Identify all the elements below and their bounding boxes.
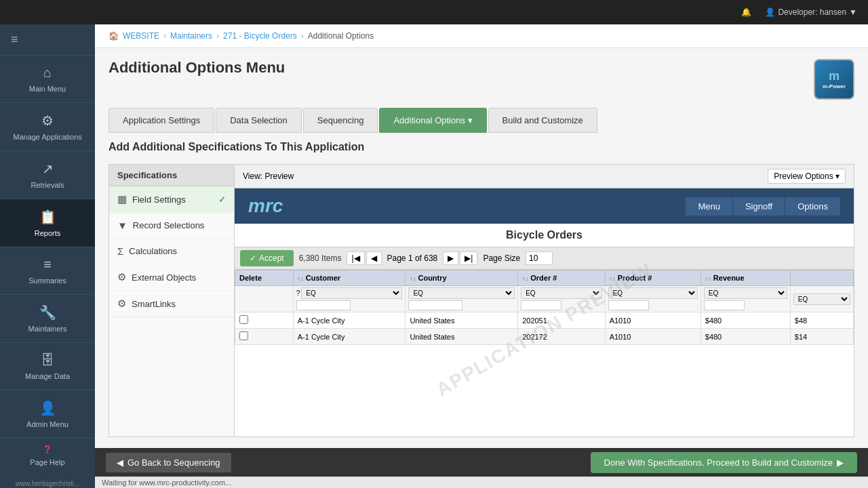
filter-row: ? EQ EQ: [235, 286, 854, 312]
breadcrumb-icon: 🏠: [108, 31, 119, 41]
filter-customer-eq[interactable]: EQ: [301, 287, 402, 299]
sidebar-item-main-menu[interactable]: ⌂ Main Menu: [0, 56, 95, 103]
database-icon: 🗄: [41, 352, 54, 368]
filter-revenue-eq[interactable]: EQ: [704, 287, 787, 299]
spec-item-smartlinks[interactable]: ⚙ SmartLinks: [109, 291, 234, 317]
preview-options-link[interactable]: Options: [785, 197, 840, 216]
back-icon: ◀: [117, 458, 123, 468]
sidebar-item-maintainers[interactable]: 🔧 Maintainers: [0, 295, 95, 343]
sidebar: ≡ ⌂ Main Menu ⚙ Manage Applications ↗ Re…: [0, 24, 95, 488]
filter-country-input[interactable]: [408, 300, 462, 310]
sidebar-item-manage-data[interactable]: 🗄 Manage Data: [0, 343, 95, 390]
tab-build-and-customize[interactable]: Build and Customize: [488, 108, 597, 133]
dropdown-icon: ▼: [849, 7, 857, 17]
hamburger-button[interactable]: ≡: [0, 24, 95, 56]
mpower-logo: m m-Power: [814, 59, 854, 100]
link-icon: ⚙: [117, 298, 126, 310]
filter-order-eq[interactable]: EQ: [521, 287, 601, 299]
table-header-row: Delete ↑↓ Customer ↑↓ Country: [235, 270, 854, 286]
col-extra: [790, 270, 853, 286]
row1-extra: $48: [790, 312, 853, 329]
page-size-input[interactable]: [526, 251, 553, 265]
notification-icon[interactable]: 🔔: [741, 7, 751, 17]
preview-options-button[interactable]: Preview Options ▾: [768, 169, 846, 184]
reports-icon: 📋: [39, 209, 56, 225]
table-row: A-1 Cycle City United States 202051 A101…: [235, 312, 854, 329]
table-body: A-1 Cycle City United States 202051 A101…: [235, 312, 854, 345]
wrench-icon: 🔧: [39, 304, 56, 321]
row2-customer: A-1 Cycle City: [293, 329, 406, 345]
spec-item-record-selections[interactable]: ▼ Record Selections: [109, 213, 234, 239]
row1-order: 202051: [518, 312, 605, 329]
tab-additional-options[interactable]: Additional Options ▾: [379, 108, 486, 133]
user-icon: 👤: [765, 7, 775, 17]
preview-label: View: Preview: [243, 171, 294, 181]
row1-delete-checkbox[interactable]: [239, 315, 248, 324]
last-page-button[interactable]: ▶|: [460, 251, 477, 265]
developer-info[interactable]: 👤 Developer: hansen ▼: [765, 7, 857, 17]
breadcrumb-current: Additional Options: [308, 31, 374, 41]
preview-menu-link[interactable]: Menu: [686, 197, 732, 216]
breadcrumb-bicycle-orders[interactable]: 271 - Bicycle Orders: [223, 31, 297, 41]
tab-data-selection[interactable]: Data Selection: [216, 108, 302, 133]
spec-item-external-objects[interactable]: ⚙ External Objects: [109, 264, 234, 291]
content-area: 🏠 WEBSITE › Maintainers › 271 - Bicycle …: [95, 24, 868, 488]
sidebar-item-retrievals[interactable]: ↗ Retrievals: [0, 151, 95, 199]
filter-extra: EQ: [790, 286, 853, 312]
filter-revenue: EQ: [701, 286, 790, 312]
page-info: Page 1 of 638: [383, 253, 442, 263]
filter-country: EQ: [406, 286, 518, 312]
sidebar-item-reports[interactable]: 📋 Reports: [0, 199, 95, 247]
col-revenue: ↑↓ Revenue: [701, 270, 790, 286]
filter-product-eq[interactable]: EQ: [608, 287, 698, 299]
checkmark-icon: ✓: [250, 253, 256, 263]
filter-icon: ▼: [117, 220, 127, 231]
filter-country-eq[interactable]: EQ: [408, 287, 515, 299]
row1-country: United States: [406, 312, 518, 329]
next-page-button[interactable]: ▶: [443, 251, 458, 265]
section-heading: Add Additional Specifications To This Ap…: [108, 141, 854, 153]
first-page-button[interactable]: |◀: [347, 251, 364, 265]
spec-item-field-settings[interactable]: ▦ Field Settings ✓: [109, 186, 234, 213]
accept-button[interactable]: ✓ Accept: [240, 250, 294, 266]
sidebar-item-manage-applications[interactable]: ⚙ Manage Applications: [0, 103, 95, 151]
sidebar-item-admin-menu[interactable]: 👤 Admin Menu: [0, 390, 95, 439]
specifications-header: Specifications: [109, 165, 234, 186]
proceed-to-build-customize-button[interactable]: Done With Specifications. Proceed to Bui…: [591, 452, 857, 473]
preview-logo: mrc: [248, 195, 283, 217]
preview-panel: View: Preview Preview Options ▾ mrc Menu…: [235, 165, 854, 436]
spec-item-calculations[interactable]: Σ Calculations: [109, 239, 234, 264]
two-panel: Specifications ▦ Field Settings ✓ ▼ Reco…: [108, 164, 854, 437]
sidebar-item-summaries[interactable]: ≡ Summaries: [0, 247, 95, 295]
specifications-panel: Specifications ▦ Field Settings ✓ ▼ Reco…: [109, 165, 235, 436]
filter-extra-eq[interactable]: EQ: [793, 293, 850, 305]
bottom-bar: ◀ Go Back to Sequencing Done With Specif…: [95, 448, 868, 476]
tab-application-settings[interactable]: Application Settings: [108, 108, 214, 133]
home-icon: ⌂: [43, 65, 52, 81]
preview-signoff-link[interactable]: Signoff: [733, 197, 785, 216]
col-product: ↑↓ Product #: [605, 270, 701, 286]
row2-delete-checkbox[interactable]: [239, 331, 248, 340]
preview-table-area: Bicycle Orders APPLICATION PREVIEW ✓ Acc…: [235, 224, 854, 436]
filter-revenue-input[interactable]: [704, 300, 745, 310]
back-to-sequencing-button[interactable]: ◀ Go Back to Sequencing: [106, 453, 231, 472]
tab-sequencing[interactable]: Sequencing: [303, 108, 378, 133]
row2-extra: $14: [790, 329, 853, 345]
col-customer: ↑↓ Customer: [293, 270, 406, 286]
row2-product: A1010: [605, 329, 701, 345]
arrow-icon: ↗: [42, 161, 54, 177]
filter-customer-input[interactable]: [296, 300, 351, 310]
prev-page-button[interactable]: ◀: [366, 251, 382, 265]
items-count: 6,380 Items: [299, 253, 342, 263]
preview-header: View: Preview Preview Options ▾: [235, 165, 854, 188]
filter-order-input[interactable]: [521, 300, 561, 310]
question-icon: ❓: [43, 445, 52, 454]
sigma-icon: Σ: [117, 245, 123, 257]
page-help-button[interactable]: ❓ Page Help: [0, 439, 95, 473]
col-country: ↑↓ Country: [406, 270, 518, 286]
page-content: Additional Options Menu m m-Power Applic…: [95, 48, 868, 448]
filter-product-input[interactable]: [608, 300, 649, 310]
row1-product: A1010: [605, 312, 701, 329]
breadcrumb-maintainers[interactable]: Maintainers: [170, 31, 212, 41]
breadcrumb-website[interactable]: WEBSITE: [123, 31, 159, 41]
